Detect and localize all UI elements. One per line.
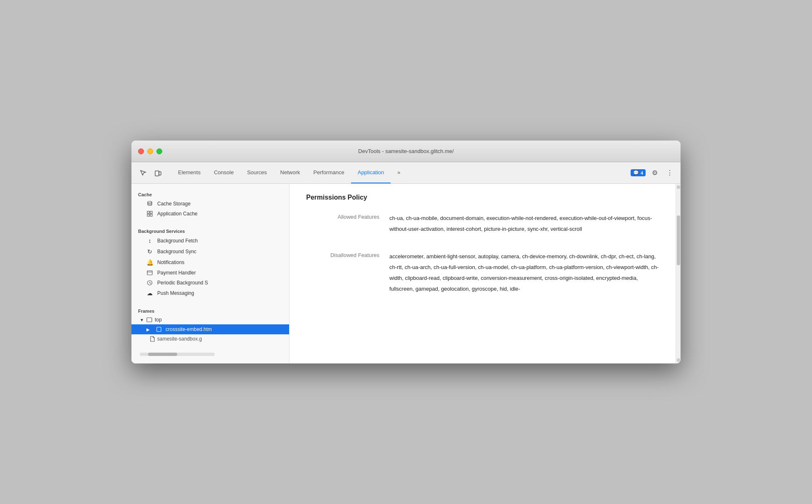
card-icon (146, 270, 153, 275)
sync-icon: ↻ (146, 248, 153, 255)
sidebar-item-cache-storage[interactable]: Cache Storage (131, 199, 289, 209)
svg-rect-13 (157, 327, 161, 331)
sidebar-scrollbar-thumb (148, 353, 177, 356)
more-button[interactable]: ⋮ (664, 167, 676, 179)
frame-top-label: top (155, 317, 162, 323)
sidebar-item-payment-handler[interactable]: Payment Handler (131, 268, 289, 278)
sidebar-item-background-sync[interactable]: ↻ Background Sync (131, 246, 289, 257)
file-icon (150, 336, 155, 342)
frame-page-icon (156, 327, 161, 332)
frame-samesite-sandbox[interactable]: samesite-sandbox.g (131, 334, 289, 343)
bell-icon: 🔔 (146, 259, 153, 266)
svg-rect-6 (150, 214, 152, 216)
cloud-icon: ☁ (146, 290, 153, 296)
svg-rect-1 (159, 172, 161, 175)
minimize-button[interactable] (147, 148, 153, 154)
background-services-label: Background Services (131, 225, 289, 235)
svg-rect-0 (155, 171, 159, 176)
toolbar-icons (136, 166, 165, 180)
notification-count: 4 (641, 170, 643, 175)
grid-icon (146, 211, 153, 217)
svg-rect-4 (150, 211, 152, 213)
arrows-updown-icon: ↕ (146, 237, 153, 244)
svg-rect-7 (147, 271, 152, 275)
notification-badge[interactable]: 💬 4 (631, 169, 646, 176)
tab-network[interactable]: Network (274, 162, 307, 183)
sidebar-item-notifications[interactable]: 🔔 Notifications (131, 257, 289, 268)
cache-storage-label: Cache Storage (157, 201, 191, 207)
traffic-lights (138, 148, 162, 154)
disallowed-features-row: Disallowed Features accelerometer, ambie… (306, 251, 659, 294)
sidebar-item-periodic-background[interactable]: Periodic Background S (131, 278, 289, 288)
svg-rect-3 (147, 211, 149, 213)
scroll-down-arrow[interactable] (677, 358, 680, 362)
disallowed-features-label: Disallowed Features (306, 251, 389, 258)
database-icon (146, 201, 153, 207)
devtools-window: DevTools - samesite-sandbox.glitch.me/ E… (131, 141, 681, 363)
svg-point-2 (148, 201, 152, 203)
svg-rect-12 (147, 318, 152, 322)
main-content: Cache Cache Storage (131, 184, 681, 363)
scroll-track (677, 190, 680, 357)
close-button[interactable] (138, 148, 144, 154)
content-title: Permissions Policy (306, 194, 659, 201)
frame-top-item[interactable]: ▼ top (131, 315, 289, 324)
background-fetch-label: Background Fetch (157, 238, 198, 244)
frame-crosssite-embed[interactable]: ▶ crosssite-embed.htm (131, 324, 289, 334)
sidebar-item-application-cache[interactable]: Application Cache (131, 209, 289, 219)
toolbar: Elements Console Sources Network Perform… (131, 162, 681, 184)
content-panel: Permissions Policy Allowed Features ch-u… (290, 184, 676, 363)
tab-performance[interactable]: Performance (307, 162, 351, 183)
sidebar-item-push-messaging[interactable]: ☁ Push Messaging (131, 288, 289, 299)
svg-rect-5 (147, 214, 149, 216)
notifications-label: Notifications (157, 259, 184, 265)
application-cache-label: Application Cache (157, 211, 198, 217)
content-scrollbar[interactable] (676, 184, 681, 363)
scroll-thumb[interactable] (677, 215, 680, 265)
tab-console[interactable]: Console (207, 162, 240, 183)
sidebar: Cache Cache Storage (131, 184, 290, 363)
window-title: DevTools - samesite-sandbox.glitch.me/ (358, 148, 454, 154)
toolbar-right: 💬 4 ⚙ ⋮ (631, 167, 676, 179)
chevron-right-icon: ▶ (146, 327, 150, 332)
periodic-background-label: Periodic Background S (157, 280, 208, 286)
title-bar: DevTools - samesite-sandbox.glitch.me/ (131, 141, 681, 162)
background-sync-label: Background Sync (157, 249, 196, 254)
push-messaging-label: Push Messaging (157, 290, 194, 296)
samesite-sandbox-label: samesite-sandbox.g (157, 336, 202, 342)
tab-more[interactable]: » (391, 162, 407, 183)
clock-icon (146, 280, 153, 286)
tab-sources[interactable]: Sources (240, 162, 274, 183)
tab-elements[interactable]: Elements (171, 162, 207, 183)
allowed-features-row: Allowed Features ch-ua, ch-ua-mobile, do… (306, 213, 659, 235)
frames-section-label: Frames (131, 305, 289, 315)
frame-icon (146, 317, 152, 323)
svg-line-11 (150, 283, 151, 284)
disallowed-features-value: accelerometer, ambient-light-sensor, aut… (389, 251, 659, 294)
crosssite-embed-label: crosssite-embed.htm (166, 326, 212, 332)
maximize-button[interactable] (156, 148, 162, 154)
tab-bar: Elements Console Sources Network Perform… (171, 162, 629, 183)
allowed-features-value: ch-ua, ch-ua-mobile, document-domain, ex… (389, 213, 659, 235)
payment-handler-label: Payment Handler (157, 270, 196, 276)
device-toolbar-icon[interactable] (151, 166, 165, 180)
sidebar-horizontal-scrollbar[interactable] (140, 353, 215, 356)
sidebar-item-background-fetch[interactable]: ↕ Background Fetch (131, 235, 289, 246)
allowed-features-label: Allowed Features (306, 213, 389, 220)
settings-button[interactable]: ⚙ (649, 167, 661, 179)
inspect-icon[interactable] (136, 166, 150, 180)
chevron-down-icon: ▼ (140, 318, 144, 322)
notification-icon: 💬 (633, 170, 639, 175)
cache-section-label: Cache (131, 189, 289, 199)
tab-application[interactable]: Application (351, 162, 391, 183)
scroll-up-arrow[interactable] (677, 185, 680, 189)
